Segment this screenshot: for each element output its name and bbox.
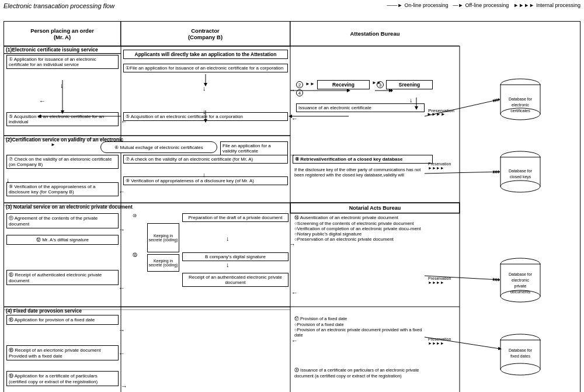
- svg-rect-32: [500, 340, 540, 369]
- legend-offline: —► Off-line processing: [453, 2, 509, 8]
- box-s1-receiving: Receving: [317, 80, 370, 89]
- arrow-s3-right-1: →: [119, 226, 125, 233]
- box-s3-person-15: ⑮ Receipt of authenticated electronic pr…: [6, 270, 119, 285]
- arrow-s1-back: ←: [291, 115, 298, 122]
- page: Electronic transacation processing flow …: [0, 0, 584, 392]
- box-s3-person-12: ⑫ Mr. A's difital signature: [6, 235, 119, 245]
- svg-text:electronic: electronic: [512, 103, 529, 107]
- offline-arrow: —►: [453, 2, 464, 8]
- arrow-s1-mid-down2: ↓: [203, 108, 206, 115]
- arrow-s4-from-right: ←: [291, 337, 298, 344]
- box-s3-mid-10: Preparation of the draft of a private do…: [182, 213, 288, 222]
- box-s1-person-5: ⑤ Acquisition of an electronic certifica…: [6, 112, 119, 126]
- arrow-s2-down: ↓: [67, 136, 71, 143]
- box-s2-person-9: ⑨ Verification of the approproateness of…: [6, 182, 119, 196]
- label-13: ⑬: [133, 252, 137, 258]
- internal-arrow: ►►►►: [513, 2, 534, 8]
- box-s1-issuance: Issuance of an electronic certificate: [296, 103, 425, 112]
- svg-rect-14: [500, 85, 540, 114]
- box-keeping-2: Keeping in secrete (coding): [147, 254, 179, 272]
- box-keeping-1: Keeping in secrete (coding): [147, 223, 179, 252]
- notarial-bureau-header: Notarial Acts Bureau: [290, 203, 460, 213]
- box-s1-mid-applicants: Applicants will directly take an applica…: [123, 50, 288, 59]
- section1-label: (1)Electronic certificate issuing servic…: [4, 46, 121, 54]
- svg-point-26: [500, 290, 540, 302]
- svg-text:Database for: Database for: [509, 272, 533, 276]
- arrow-s1-down1: ↓: [60, 82, 64, 89]
- legend: ——► On-line processing —► Off-line proce…: [387, 2, 580, 8]
- arrow-s3-mid-from-right: ←: [291, 289, 298, 296]
- arrow-s1-left1: ←: [39, 98, 46, 105]
- box-s2-right-8: ⑧ Retrieval/verification of a closed key…: [293, 155, 433, 164]
- svg-point-19: [500, 151, 540, 163]
- legend-online: ——► On-line processing: [387, 2, 449, 8]
- box-s4-right-20: ⑳ Issuance of a certificate on particula…: [293, 366, 433, 380]
- arrow-s1-to-right: →: [289, 86, 296, 93]
- svg-text:Database for: Database for: [509, 348, 533, 352]
- svg-point-24: [500, 258, 540, 270]
- box-s2-mid-9: ⑨ Verification of appropriateness of a d…: [123, 176, 288, 185]
- svg-point-15: [500, 108, 540, 120]
- text-s2-right-note: If the disclosure key of the other party…: [293, 166, 433, 178]
- svg-rect-25: [500, 264, 540, 296]
- arrow-s1-r-down: ↓: [409, 96, 413, 103]
- arrow-s4-back: ←: [119, 350, 125, 357]
- section3-label: (3) Notarial service on an electronic pr…: [4, 203, 290, 210]
- svg-text:documents: documents: [510, 290, 531, 294]
- col-header-attestation: Attestation Bureau: [290, 22, 460, 46]
- box-s2-mid-7: ⑦ A check on the validity of an electron…: [123, 155, 288, 164]
- svg-text:fixed dates: fixed dates: [510, 354, 530, 358]
- box-s2-mid-validity: File an application for a validity certi…: [220, 141, 288, 155]
- svg-point-33: [500, 363, 540, 375]
- oval-mutual-exchange: ⑥ Mutual exchage of electronic certifica…: [100, 141, 217, 153]
- online-arrow: ——►: [387, 2, 403, 8]
- box-s3-person-11: ⑪ Agreement of the contents of the priva…: [6, 213, 119, 228]
- svg-line-42: [425, 172, 500, 174]
- section4-label: (4) Fixed date provosion service: [4, 307, 290, 314]
- preservation-s2: Preservation►►►►: [428, 162, 451, 170]
- col-header-contractor: Contractor(Company B): [121, 22, 290, 46]
- circle-4: 4: [296, 89, 303, 96]
- box-s3-mid-13: B company's digital signature: [182, 252, 288, 261]
- box-s1-mid-1: ①File an application for issuance of an …: [123, 64, 288, 72]
- arrow-s4-to-right: →: [119, 327, 125, 334]
- arrow-preservation-s1: ►►►►: [427, 112, 446, 117]
- legend-internal: ►►►► Internal processing: [513, 2, 580, 8]
- circle-3: 3: [377, 81, 384, 88]
- arrow-s3-down2: ↓: [226, 261, 230, 268]
- arrow-to-oval: ►: [51, 142, 55, 147]
- box-s3-right-14: ⑭ Ausentication of an electronic private…: [293, 213, 433, 243]
- box-s3-mid-15: Receipt of an authenticated electronic p…: [182, 273, 288, 287]
- box-s4-person-19: ⑲ Application for a certificate of parti…: [6, 371, 119, 386]
- svg-point-21: [500, 181, 540, 192]
- arrow-s3-down1: ↓: [226, 235, 230, 242]
- svg-rect-20: [500, 157, 540, 186]
- box-s4-right-17: ⑰ Provision of a fixed date ○Provision o…: [293, 315, 433, 339]
- arrow-s1-back2: ←: [121, 118, 127, 125]
- svg-text:Database for: Database for: [509, 169, 533, 173]
- sec2-top-line: [4, 136, 290, 136]
- arrow-s4-19-right: →: [121, 383, 127, 390]
- arrow-s2-from-mid: ←: [119, 188, 125, 195]
- box-s1-screening: Sreening: [386, 80, 433, 89]
- svg-text:certificates: certificates: [510, 109, 530, 113]
- preservation-s3: Preservation►►►►: [428, 276, 451, 285]
- box-s2-person-7: ⑦ Check on the validity of an eletoronic…: [6, 155, 119, 169]
- box-s1-person-1: ① Application for issuance of an electro…: [6, 55, 119, 69]
- col-header-person: Person placing an order(Mr. A): [4, 22, 121, 46]
- svg-text:private: private: [514, 284, 526, 289]
- preservation-s4: Preservation►►►►: [428, 337, 451, 345]
- svg-text:closed keys: closed keys: [510, 175, 531, 179]
- arrow-circ-2: ►►: [305, 81, 315, 86]
- svg-point-31: [500, 334, 540, 346]
- svg-point-13: [500, 79, 540, 91]
- arrow-s3-to-right: →: [289, 241, 296, 248]
- arrow-s1-mid-down: ↓: [203, 85, 206, 92]
- svg-text:electronic: electronic: [512, 278, 529, 282]
- box-s4-person-18: ⑱ Receipt of an elecrtonic private docum…: [6, 345, 119, 360]
- arrow-s3-from-right: ←: [119, 285, 125, 292]
- box-s4-person-16: ⑯ Application for provision of a fixed d…: [6, 315, 119, 325]
- label-10: ⑩: [133, 213, 137, 218]
- svg-text:Database for: Database for: [509, 97, 533, 101]
- circle-2: 2: [296, 81, 303, 88]
